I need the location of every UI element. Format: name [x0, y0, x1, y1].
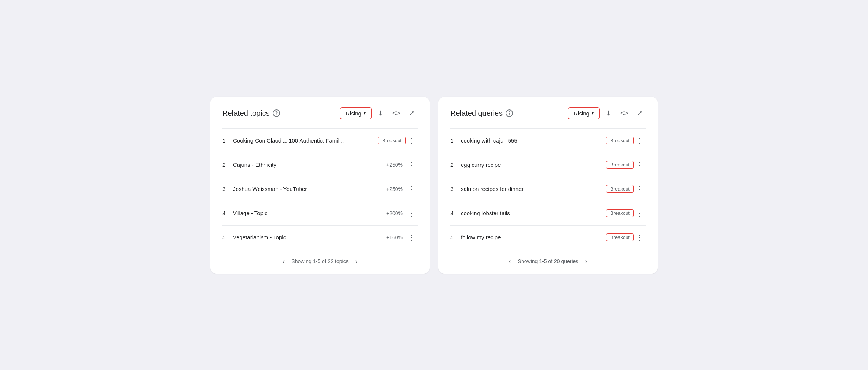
- left-panel-header: Related topics ? Rising ▾ ⬇ <> ⤢: [222, 107, 418, 119]
- left-prev-button[interactable]: ‹: [280, 257, 287, 266]
- more-options-button[interactable]: ⋮: [634, 232, 646, 243]
- left-table: 1 Cooking Con Claudia: 100 Authentic, Fa…: [222, 128, 418, 249]
- right-table: 1 cooking with cajun 555 Breakout ⋮ 2 eg…: [450, 128, 646, 249]
- more-options-button[interactable]: ⋮: [406, 135, 418, 147]
- row-label: follow my recipe: [461, 234, 606, 240]
- right-footer: ‹ Showing 1-5 of 20 queries ›: [450, 249, 646, 266]
- right-panel-header: Related queries ? Rising ▾ ⬇ <> ⤢: [450, 107, 646, 119]
- more-options-button[interactable]: ⋮: [634, 183, 646, 195]
- left-next-button[interactable]: ›: [353, 257, 360, 266]
- row-number: 4: [450, 210, 461, 216]
- right-panel-title: Related queries: [450, 109, 503, 118]
- left-rising-button[interactable]: Rising ▾: [340, 107, 372, 119]
- row-number: 2: [222, 162, 233, 168]
- row-number: 3: [450, 186, 461, 192]
- row-label: Village - Topic: [233, 210, 373, 216]
- right-help-icon[interactable]: ?: [506, 109, 513, 117]
- row-value: +200%: [373, 210, 403, 216]
- right-next-button[interactable]: ›: [583, 257, 589, 266]
- row-number: 2: [450, 162, 461, 168]
- panels-container: Related topics ? Rising ▾ ⬇ <> ⤢: [210, 97, 658, 274]
- right-download-icon: ⬇: [606, 109, 611, 117]
- more-options-button[interactable]: ⋮: [406, 207, 418, 219]
- related-topics-panel: Related topics ? Rising ▾ ⬇ <> ⤢: [210, 97, 430, 274]
- row-value: +250%: [373, 186, 403, 192]
- right-share-button[interactable]: ⤢: [634, 108, 646, 119]
- row-value: +250%: [373, 162, 403, 168]
- row-label: cooking lobster tails: [461, 210, 606, 216]
- left-prev-icon: ‹: [282, 258, 285, 265]
- row-value: Breakout: [606, 161, 634, 169]
- table-row: 4 Village - Topic +200% ⋮: [222, 201, 418, 225]
- related-queries-panel: Related queries ? Rising ▾ ⬇ <> ⤢: [438, 97, 658, 274]
- table-row: 5 follow my recipe Breakout ⋮: [450, 225, 646, 249]
- right-share-icon: ⤢: [637, 109, 643, 117]
- more-options-button[interactable]: ⋮: [634, 207, 646, 219]
- left-download-button[interactable]: ⬇: [375, 108, 386, 119]
- row-value: +160%: [373, 235, 403, 240]
- more-options-button[interactable]: ⋮: [634, 159, 646, 171]
- row-number: 4: [222, 210, 233, 216]
- table-row: 3 Joshua Weissman - YouTuber +250% ⋮: [222, 177, 418, 201]
- left-share-button[interactable]: ⤢: [406, 108, 418, 119]
- table-row: 1 Cooking Con Claudia: 100 Authentic, Fa…: [222, 128, 418, 153]
- more-options-button[interactable]: ⋮: [406, 159, 418, 171]
- row-label: cooking with cajun 555: [461, 137, 606, 144]
- row-label: egg curry recipe: [461, 162, 606, 168]
- right-download-button[interactable]: ⬇: [603, 108, 614, 119]
- table-row: 3 salmon recipes for dinner Breakout ⋮: [450, 177, 646, 201]
- row-value: Breakout: [606, 233, 634, 241]
- left-footer: ‹ Showing 1-5 of 22 topics ›: [222, 249, 418, 266]
- more-options-button[interactable]: ⋮: [406, 232, 418, 243]
- table-row: 2 egg curry recipe Breakout ⋮: [450, 153, 646, 177]
- left-dropdown-arrow: ▾: [364, 111, 366, 116]
- row-label: Joshua Weissman - YouTuber: [233, 186, 373, 192]
- row-label: salmon recipes for dinner: [461, 186, 606, 192]
- row-value: Breakout: [606, 209, 634, 217]
- right-rising-button[interactable]: Rising ▾: [568, 107, 600, 119]
- right-panel-controls: Rising ▾ ⬇ <> ⤢: [568, 107, 646, 119]
- left-title-area: Related topics ?: [222, 109, 280, 118]
- row-value: Breakout: [606, 185, 634, 193]
- row-label: Cajuns - Ethnicity: [233, 162, 373, 168]
- right-embed-button[interactable]: <>: [617, 108, 631, 119]
- left-help-icon[interactable]: ?: [273, 109, 280, 117]
- left-panel-title: Related topics: [222, 109, 270, 118]
- row-number: 5: [450, 234, 461, 240]
- row-number: 1: [222, 137, 233, 144]
- right-prev-icon: ‹: [509, 258, 511, 265]
- download-icon: ⬇: [378, 109, 383, 117]
- row-label: Vegetarianism - Topic: [233, 234, 373, 240]
- share-icon: ⤢: [409, 109, 415, 117]
- more-options-button[interactable]: ⋮: [634, 135, 646, 147]
- left-footer-text: Showing 1-5 of 22 topics: [291, 258, 348, 264]
- left-rising-label: Rising: [346, 110, 361, 117]
- right-next-icon: ›: [585, 258, 587, 265]
- right-embed-icon: <>: [620, 109, 628, 117]
- table-row: 1 cooking with cajun 555 Breakout ⋮: [450, 128, 646, 153]
- row-number: 1: [450, 137, 461, 144]
- left-next-icon: ›: [355, 258, 358, 265]
- row-label: Cooking Con Claudia: 100 Authentic, Fami…: [233, 137, 378, 144]
- right-prev-button[interactable]: ‹: [507, 257, 513, 266]
- embed-icon: <>: [392, 109, 400, 117]
- right-rising-label: Rising: [574, 110, 589, 117]
- row-value: Breakout: [606, 137, 634, 144]
- table-row: 2 Cajuns - Ethnicity +250% ⋮: [222, 153, 418, 177]
- right-title-area: Related queries ?: [450, 109, 513, 118]
- left-embed-button[interactable]: <>: [389, 108, 403, 119]
- right-footer-text: Showing 1-5 of 20 queries: [518, 258, 579, 264]
- left-panel-controls: Rising ▾ ⬇ <> ⤢: [340, 107, 418, 119]
- more-options-button[interactable]: ⋮: [406, 183, 418, 195]
- table-row: 5 Vegetarianism - Topic +160% ⋮: [222, 225, 418, 249]
- right-dropdown-arrow: ▾: [592, 111, 594, 116]
- row-number: 5: [222, 234, 233, 240]
- row-number: 3: [222, 186, 233, 192]
- table-row: 4 cooking lobster tails Breakout ⋮: [450, 201, 646, 225]
- row-value: Breakout: [378, 137, 406, 144]
